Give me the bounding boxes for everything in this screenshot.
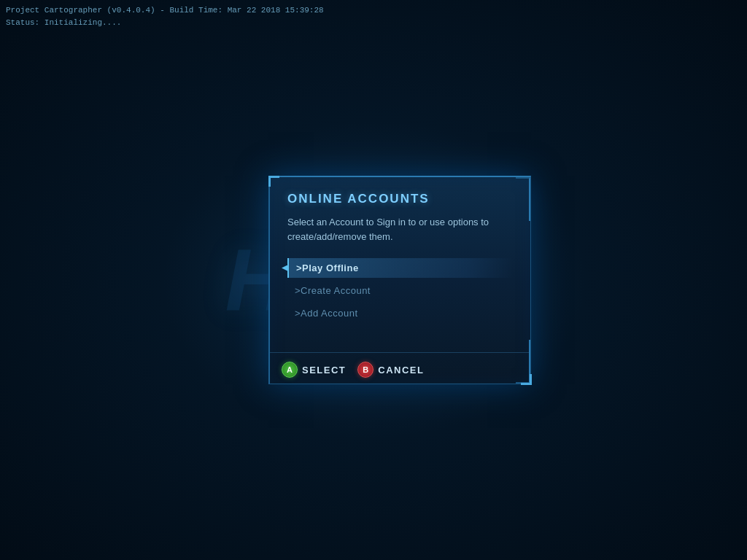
select-button-hint: A SELECT [282, 362, 346, 378]
menu-item-play-offline[interactable]: >Play Offline [287, 258, 513, 278]
menu-item-play-offline-label: >Play Offline [296, 262, 359, 273]
cancel-label: CANCEL [378, 365, 424, 376]
a-button-icon[interactable]: A [282, 362, 298, 378]
status-line-2: Status: Initializing.... [6, 17, 324, 29]
menu-item-create-account[interactable]: >Create Account [287, 281, 513, 300]
menu-item-add-account-label: >Add Account [295, 308, 358, 319]
account-menu-list: >Play Offline >Create Account >Add Accou… [287, 258, 513, 323]
select-label: SELECT [302, 365, 346, 376]
dialog-footer: A SELECT B CANCEL [270, 352, 530, 384]
dialog-content: ONLINE ACCOUNTS Select an Account to Sig… [270, 177, 530, 352]
status-bar: Project Cartographer (v0.4.0.4) - Build … [6, 4, 324, 28]
b-button-icon[interactable]: B [357, 362, 374, 378]
menu-item-create-account-label: >Create Account [295, 285, 371, 296]
dialog-description: Select an Account to Sign in to or use o… [287, 215, 513, 244]
status-line-1: Project Cartographer (v0.4.0.4) - Build … [6, 4, 324, 17]
menu-item-add-account[interactable]: >Add Account [287, 303, 513, 323]
online-accounts-dialog: ONLINE ACCOUNTS Select an Account to Sig… [268, 176, 531, 384]
cancel-button-hint: B CANCEL [357, 362, 424, 378]
dialog-title: ONLINE ACCOUNTS [287, 192, 513, 206]
